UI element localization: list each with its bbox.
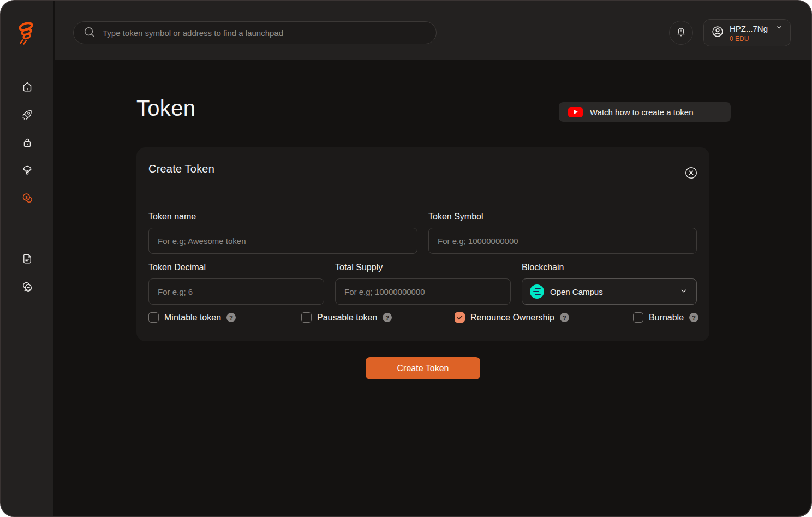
account-menu[interactable]: HPZ...7Ng 0 EDU bbox=[703, 19, 791, 46]
sidebar-item-support[interactable] bbox=[21, 281, 33, 293]
burnable-checkbox[interactable] bbox=[633, 312, 643, 323]
divider bbox=[148, 194, 697, 194]
open-campus-icon bbox=[530, 284, 544, 299]
search-input[interactable] bbox=[103, 28, 427, 38]
coins-icon: $ bbox=[21, 192, 33, 204]
renounce-ownership-option: Renounce Ownership ? bbox=[455, 312, 569, 323]
token-name-label: Token name bbox=[148, 212, 417, 222]
mintable-token-checkbox[interactable] bbox=[148, 312, 159, 323]
close-icon bbox=[684, 174, 698, 182]
wallet-address: HPZ...7Ng bbox=[730, 24, 768, 33]
sidebar-nav: $ bbox=[1, 81, 53, 293]
pausable-token-checkbox[interactable] bbox=[301, 312, 312, 323]
search-bar[interactable] bbox=[73, 21, 437, 44]
help-icon[interactable]: ? bbox=[560, 313, 569, 322]
token-decimal-field-group: Token Decimal bbox=[148, 263, 324, 305]
mintable-token-label: Mintable token bbox=[164, 313, 221, 323]
blockchain-selected-value: Open Campus bbox=[550, 287, 603, 296]
wallet-balance: 0 EDU bbox=[730, 35, 784, 43]
sidebar-item-locks[interactable] bbox=[21, 136, 33, 148]
renounce-ownership-checkbox[interactable] bbox=[455, 312, 465, 323]
account-info: HPZ...7Ng 0 EDU bbox=[730, 23, 784, 43]
token-name-field-group: Token name bbox=[148, 212, 417, 254]
youtube-icon bbox=[568, 107, 583, 117]
burnable-label: Burnable bbox=[649, 313, 684, 323]
token-symbol-field-group: Token Symbol bbox=[428, 212, 697, 254]
svg-text:$: $ bbox=[25, 195, 27, 200]
notifications-button[interactable] bbox=[669, 21, 693, 45]
help-icon[interactable]: ? bbox=[689, 313, 698, 322]
pausable-token-label: Pausable token bbox=[317, 313, 377, 323]
close-button[interactable] bbox=[684, 165, 698, 180]
chat-icon bbox=[21, 281, 33, 293]
card-title: Create Token bbox=[148, 163, 214, 175]
renounce-ownership-label: Renounce Ownership bbox=[470, 313, 554, 323]
user-circle-icon bbox=[710, 25, 725, 41]
rocket-icon bbox=[21, 109, 33, 121]
watch-tutorial-label: Watch how to create a token bbox=[590, 108, 694, 117]
burnable-option: Burnable ? bbox=[633, 312, 698, 323]
token-decimal-label: Token Decimal bbox=[148, 263, 324, 272]
chevron-down-icon bbox=[775, 23, 784, 34]
sidebar-item-airdrop[interactable] bbox=[21, 164, 33, 176]
tornado-logo[interactable] bbox=[14, 19, 41, 46]
total-supply-input[interactable] bbox=[335, 278, 511, 305]
chevron-down-icon bbox=[679, 286, 689, 298]
document-icon bbox=[21, 253, 33, 265]
pausable-token-option: Pausable token ? bbox=[301, 312, 392, 323]
sidebar-item-token[interactable]: $ bbox=[21, 192, 33, 204]
help-icon[interactable]: ? bbox=[226, 313, 236, 322]
app-window: $ bbox=[0, 0, 812, 517]
watch-tutorial-button[interactable]: Watch how to create a token bbox=[559, 102, 731, 122]
sidebar-item-launchpad[interactable] bbox=[21, 109, 33, 121]
total-supply-label: Total Supply bbox=[335, 263, 511, 272]
blockchain-field-group: Blockchain Open Campus bbox=[522, 263, 697, 305]
sidebar: $ bbox=[1, 1, 54, 516]
create-token-card: Create Token Token name Token Symbol Tok… bbox=[136, 147, 709, 341]
token-symbol-input[interactable] bbox=[428, 228, 697, 254]
sidebar-item-docs[interactable] bbox=[21, 253, 33, 265]
page-title: Token bbox=[136, 96, 195, 121]
sidebar-item-home[interactable] bbox=[21, 81, 33, 93]
lock-icon bbox=[21, 136, 33, 148]
token-name-input[interactable] bbox=[148, 228, 417, 254]
token-decimal-input[interactable] bbox=[148, 278, 324, 305]
token-symbol-label: Token Symbol bbox=[428, 212, 697, 222]
create-token-button[interactable]: Create Token bbox=[366, 357, 480, 379]
search-icon bbox=[83, 26, 95, 40]
bell-icon bbox=[675, 26, 687, 40]
help-icon[interactable]: ? bbox=[383, 313, 392, 322]
mintable-token-option: Mintable token ? bbox=[148, 312, 236, 323]
blockchain-label: Blockchain bbox=[522, 263, 697, 272]
topbar: HPZ...7Ng 0 EDU bbox=[55, 1, 811, 60]
airdrop-icon bbox=[21, 164, 33, 176]
blockchain-select[interactable]: Open Campus bbox=[522, 278, 697, 305]
total-supply-field-group: Total Supply bbox=[335, 263, 511, 305]
home-icon bbox=[21, 81, 33, 93]
